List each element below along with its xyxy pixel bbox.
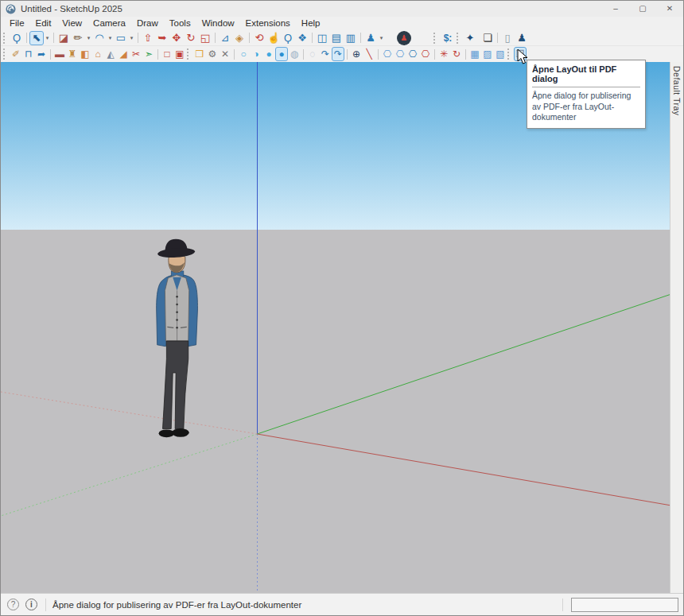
sandbox-smoove-tool-icon[interactable]: ▧ <box>494 47 507 61</box>
search-tool-icon[interactable]: Ϙ <box>10 31 24 45</box>
solid-frame-tool-icon[interactable]: ▣ <box>173 47 186 61</box>
menu-window[interactable]: Window <box>196 17 240 30</box>
close-tool-icon[interactable]: ✕ <box>219 47 231 61</box>
section-plane-tool-icon[interactable]: ◫ <box>315 31 329 45</box>
push-pull-tool-icon[interactable]: ⇧ <box>141 31 155 45</box>
menu-camera[interactable]: Camera <box>87 17 131 30</box>
wall-tool-icon[interactable]: ⊓ <box>22 47 35 61</box>
default-tray-strip[interactable]: Default Tray <box>670 62 683 595</box>
eraser-tool-icon[interactable]: ◪ <box>56 31 71 45</box>
sandbox-from-scratch-tool-icon[interactable]: ▨ <box>481 47 494 61</box>
sketchup-logo-icon <box>6 4 16 14</box>
arc-tool-dropdown-icon[interactable]: ▾ <box>107 35 114 41</box>
red-asterisk-tool-icon[interactable]: ✳ <box>437 47 450 61</box>
rectangle-tool-icon[interactable]: ▭ <box>114 31 128 45</box>
geolocation-icon[interactable]: ? <box>7 599 19 610</box>
measurements-input[interactable] <box>571 598 678 612</box>
cost-estimator-tool-icon[interactable]: $: <box>440 31 456 45</box>
box-tool-icon[interactable]: ◧ <box>79 47 91 61</box>
rotate-tool-icon[interactable]: ↻ <box>184 31 198 45</box>
maximize-button[interactable]: ▢ <box>629 1 656 17</box>
style-hidden-line-toggle-icon[interactable]: ◑ <box>250 47 262 61</box>
paint-bucket-tool-icon[interactable]: ◈ <box>232 31 247 45</box>
component-person-tool-icon[interactable]: ♟ <box>363 31 378 45</box>
style-shaded-toggle-icon[interactable]: ● <box>262 47 275 61</box>
hexagon-solid-tool-icon[interactable]: ⎔ <box>406 47 419 61</box>
menu-extensions[interactable]: Extensions <box>240 17 296 30</box>
menu-view[interactable]: View <box>56 17 87 30</box>
smart-arrow-tool-icon[interactable]: ➦ <box>35 47 48 61</box>
toolbar-grip-handle[interactable] <box>187 48 191 60</box>
menu-edit[interactable]: Edit <box>30 17 57 30</box>
line-tool-icon[interactable]: ✏ <box>71 31 85 45</box>
pan-tool-icon[interactable]: ☝ <box>266 31 281 45</box>
menu-tools[interactable]: Tools <box>164 17 196 30</box>
toolbar-grip-handle[interactable] <box>457 33 461 44</box>
toolbar-grip-handle[interactable] <box>3 33 7 44</box>
orbit-tool-icon[interactable]: ⟲ <box>252 31 266 45</box>
add-location-tool-icon[interactable]: ⊕ <box>350 47 363 61</box>
style-monochrome-toggle-icon[interactable]: ◍ <box>288 47 301 61</box>
line-tool-dropdown-icon[interactable]: ▾ <box>85 35 92 41</box>
ramp-tool-icon[interactable]: ◢ <box>117 47 130 61</box>
new-document-tool-icon[interactable]: ▯ <box>500 31 515 45</box>
person-profile-tool-icon[interactable]: ♟ <box>515 31 529 45</box>
status-separator <box>45 599 46 611</box>
toolbar-separator <box>465 49 466 60</box>
style-shaded-textures-toggle-icon[interactable]: ● <box>275 47 288 61</box>
select-tool-icon[interactable]: ⬉ <box>29 31 44 45</box>
curved-arrow-active-tool-icon[interactable]: ↷ <box>332 47 344 61</box>
close-button[interactable]: ✕ <box>656 1 683 17</box>
scale-figure-component[interactable] <box>145 234 215 445</box>
hexagon-target-tool-icon[interactable]: ⎔ <box>419 47 432 61</box>
style-wireframe-toggle-icon[interactable]: ○ <box>237 47 250 61</box>
terrain-image-tool-icon[interactable]: ◭ <box>104 47 117 61</box>
house-builder-tool-icon[interactable]: ⌂ <box>91 47 104 61</box>
curved-arrow-tool-icon[interactable]: ↷ <box>319 47 332 61</box>
menu-file[interactable]: File <box>4 17 30 30</box>
toolbar-separator <box>497 33 498 43</box>
model-canvas[interactable] <box>1 62 670 595</box>
toolbar-separator <box>138 33 138 43</box>
toolbar-separator <box>347 49 348 60</box>
arc-tool-icon[interactable]: ◠ <box>92 31 107 45</box>
toolbar-row-1: Ϙ⬉▾◪✏▾◠▾▭▾⇧➥✥↻◱⊿◈⟲☝Ϙ❖◫▤▥♟▾♟$:✦❏▯♟ <box>1 30 683 46</box>
toolbar-separator <box>360 33 361 43</box>
rectangle-tool-dropdown-icon[interactable]: ▾ <box>128 35 135 41</box>
sign-in-avatar-icon[interactable]: ♟ <box>397 31 411 45</box>
edit-frame-tool-icon[interactable]: □ <box>161 47 173 61</box>
toolbar-grip-handle[interactable] <box>3 48 7 60</box>
hexagon-outline-tool-icon[interactable]: ⎔ <box>381 47 394 61</box>
section-fill-toggle-icon[interactable]: ▤ <box>329 31 344 45</box>
sandbox-from-contours-tool-icon[interactable]: ▦ <box>468 47 481 61</box>
freehand-pencil-tool-icon[interactable]: ✐ <box>10 47 22 61</box>
paint-roller-tool-icon[interactable]: ▬ <box>53 47 66 61</box>
cut-tool-icon[interactable]: ✂ <box>130 47 142 61</box>
component-person-dropdown-icon[interactable]: ▾ <box>378 35 385 41</box>
refresh-tool-icon[interactable]: ↻ <box>450 47 463 61</box>
zoom-extents-tool-icon[interactable]: ❖ <box>295 31 309 45</box>
toolbar-separator <box>234 49 235 60</box>
toolbar-grip-handle[interactable] <box>433 33 437 44</box>
tape-measure-tool-icon[interactable]: ⊿ <box>218 31 232 45</box>
hide-similar-toggle-icon[interactable]: ◌ <box>306 47 319 61</box>
scale-tool-icon[interactable]: ◱ <box>198 31 212 45</box>
minimize-button[interactable]: – <box>602 1 629 17</box>
zoom-tool-icon[interactable]: Ϙ <box>281 31 295 45</box>
fence-tool-icon[interactable]: ♜ <box>66 47 79 61</box>
swoosh-arrow-tool-icon[interactable]: ➣ <box>142 47 155 61</box>
ai-assistant-tool-icon[interactable]: ✦ <box>463 31 477 45</box>
line-endpoint-tool-icon[interactable]: ╲ <box>363 47 375 61</box>
section-display-toggle-icon[interactable]: ▥ <box>344 31 358 45</box>
menu-draw[interactable]: Draw <box>131 17 164 30</box>
select-region-tool-icon[interactable]: ❏ <box>480 31 495 45</box>
open-folder-tool-icon[interactable]: ❒ <box>193 47 206 61</box>
toolbar-grip-handle[interactable] <box>507 48 511 60</box>
menu-help[interactable]: Help <box>296 17 326 30</box>
info-icon[interactable]: i <box>25 599 37 610</box>
select-tool-dropdown-icon[interactable]: ▾ <box>44 35 51 41</box>
follow-me-tool-icon[interactable]: ➥ <box>155 31 169 45</box>
hexagon-cloud-tool-icon[interactable]: ⎔ <box>394 47 406 61</box>
settings-gear-tool-icon[interactable]: ⚙ <box>206 47 219 61</box>
move-tool-icon[interactable]: ✥ <box>169 31 184 45</box>
